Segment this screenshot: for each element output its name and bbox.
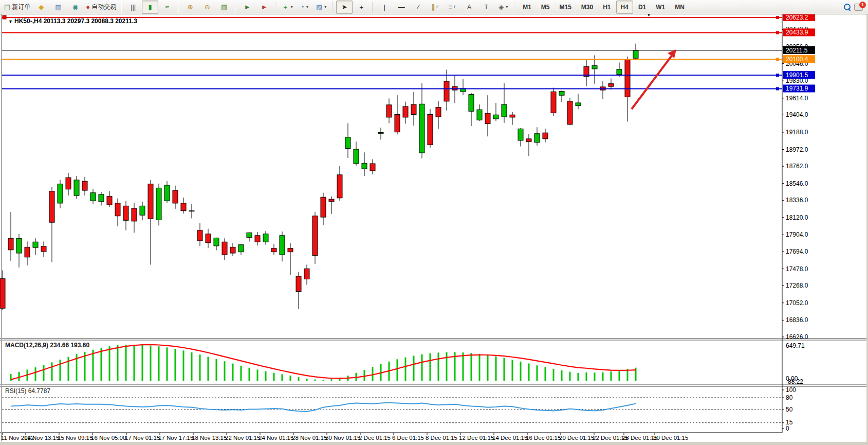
template-dropdown[interactable]: ▨▾ <box>313 1 329 14</box>
tf-m1-button-label: M1 <box>520 4 534 11</box>
chart-canvas[interactable]: 20472.020256.020046.019830.019614.019404… <box>0 0 868 445</box>
new-order-button[interactable]: ▤新订单 <box>2 1 32 14</box>
horizontal-line-icon: — <box>398 4 405 10</box>
tf-mn-button[interactable]: MN <box>670 1 689 14</box>
toolbar-separator <box>274 2 277 13</box>
vertical-line-tool[interactable]: | <box>376 1 393 14</box>
diamond-icon-icon: ◆ <box>39 4 44 10</box>
chart-window-button[interactable]: ▥ <box>50 1 66 14</box>
label-icon: T <box>484 4 488 10</box>
svg-text:20211.5: 20211.5 <box>786 47 808 54</box>
signals-radio-button[interactable]: ◉ <box>67 1 83 14</box>
text-tool[interactable]: A <box>461 1 477 14</box>
svg-text:6 Dec 01:15: 6 Dec 01:15 <box>392 435 424 441</box>
zoom-out-button[interactable]: ⊖ <box>199 1 215 14</box>
svg-text:0: 0 <box>786 425 789 432</box>
svg-text:30 Nov 01:15: 30 Nov 01:15 <box>325 435 360 441</box>
svg-text:20100.4: 20100.4 <box>786 56 808 63</box>
auto-scroll-button[interactable]: ► <box>239 1 255 14</box>
period-dropdown[interactable]: ◔▾ <box>296 1 312 14</box>
shapes-icon: ◈ <box>498 4 504 10</box>
svg-text:18 Nov 13:15: 18 Nov 13:15 <box>192 435 227 441</box>
tf-h1-button[interactable]: H1 <box>598 1 615 14</box>
svg-text:19614.0: 19614.0 <box>786 95 808 102</box>
svg-text:▼: ▼ <box>8 19 13 24</box>
period-icon: ◔ <box>300 4 304 10</box>
fibonacci-tool[interactable]: ≡F <box>444 1 460 14</box>
svg-text:18762.0: 18762.0 <box>786 163 808 170</box>
tf-m5-button-label: M5 <box>539 4 552 11</box>
fibonacci-tool-sub: F <box>454 5 456 9</box>
auto-scroll-icon: ► <box>244 4 251 10</box>
tile-windows-button[interactable]: ▦ <box>216 1 232 14</box>
zoom-in-button[interactable]: ⊕ <box>182 1 198 14</box>
svg-text:28 Dec 01:15: 28 Dec 01:15 <box>622 435 657 441</box>
tf-d1-button-label: D1 <box>636 4 649 11</box>
line-chart-icon: ≈ <box>165 4 169 10</box>
svg-text:17 Nov 17:15: 17 Nov 17:15 <box>158 435 193 441</box>
shapes-dropdown[interactable]: ◈▾ <box>495 1 511 14</box>
chevron-down-icon: ▾ <box>324 5 326 9</box>
crosshair-tool-button[interactable]: ＋ <box>353 1 370 14</box>
trading-platform-window: ▤新订单◆▥◉●自动交易|||▮≈⊕⊖▦►►＋▾◔▾▨▾➤＋|—∕∥E≡FAT◈… <box>0 0 868 445</box>
trendline-icon: ∕ <box>418 4 419 10</box>
svg-text:19404.0: 19404.0 <box>786 111 808 118</box>
channel-tool[interactable]: ∥E <box>427 1 444 14</box>
notification-icon[interactable]: 1 <box>854 4 863 11</box>
candlestick-chart-button[interactable]: ▮ <box>142 1 158 14</box>
zoom-out-icon: ⊖ <box>205 4 210 10</box>
tf-m30-button[interactable]: M30 <box>577 1 598 14</box>
svg-text:28 Nov 01:15: 28 Nov 01:15 <box>292 435 327 441</box>
chart-title: ▼HK50-,H4 20113.3 20297.3 20088.3 20211.… <box>8 17 137 25</box>
auto-trading-button[interactable]: ●自动交易 <box>84 1 118 14</box>
tf-h4-button[interactable]: H4 <box>616 1 633 14</box>
svg-text:17052.0: 17052.0 <box>786 299 808 307</box>
svg-text:17478.0: 17478.0 <box>786 265 808 273</box>
horizontal-line-tool[interactable]: — <box>393 1 410 14</box>
template-icon: ▨ <box>316 4 322 10</box>
svg-text:19901.5: 19901.5 <box>786 72 808 79</box>
line-handle <box>3 15 6 19</box>
trendline-tool[interactable]: ∕ <box>410 1 427 14</box>
new-order-icon: ▤ <box>4 4 10 10</box>
tf-m15-button[interactable]: M15 <box>555 1 576 14</box>
fibonacci-icon: ≡ <box>448 4 452 10</box>
tf-w1-button[interactable]: W1 <box>651 1 670 14</box>
channel-icon: ∥ <box>432 4 435 10</box>
signals-radio-icon: ◉ <box>72 4 78 10</box>
svg-text:18336.0: 18336.0 <box>786 197 808 204</box>
toolbar-separator <box>331 2 334 13</box>
notification-badge: 1 <box>859 2 866 8</box>
new-chart-dropdown[interactable]: ＋▾ <box>279 1 296 14</box>
svg-text:16 Nov 05:00: 16 Nov 05:00 <box>91 435 126 441</box>
svg-text:8 Dec 01:15: 8 Dec 01:15 <box>426 435 457 441</box>
channel-tool-sub: E <box>436 5 439 9</box>
svg-text:17268.0: 17268.0 <box>786 282 808 289</box>
svg-text:-88.22: -88.22 <box>786 378 803 385</box>
tf-h1-button-label: H1 <box>600 4 613 11</box>
label-tool[interactable]: T <box>478 1 494 14</box>
tf-m30-button-label: M30 <box>579 4 596 11</box>
tf-m5-button[interactable]: M5 <box>537 1 555 14</box>
svg-text:12 Dec 01:15: 12 Dec 01:15 <box>459 435 494 441</box>
toolbar-separator <box>177 2 180 13</box>
tf-m1-button[interactable]: M1 <box>518 1 536 14</box>
line-chart-button[interactable]: ≈ <box>159 1 175 14</box>
chevron-down-icon: ▾ <box>306 5 308 9</box>
tf-h4-button-label: H4 <box>618 4 631 11</box>
toolbar-separator <box>234 2 237 13</box>
toolbar-separator <box>513 2 516 13</box>
svg-text:HK50-,H4 20113.3 20297.3 2008: HK50-,H4 20113.3 20297.3 20088.3 20211.3 <box>14 17 137 25</box>
svg-text:2 Dec 01:15: 2 Dec 01:15 <box>359 435 391 441</box>
svg-text:18546.0: 18546.0 <box>786 180 808 187</box>
tf-d1-button[interactable]: D1 <box>634 1 651 14</box>
svg-text:15 Nov 09:15: 15 Nov 09:15 <box>58 435 93 441</box>
macd-label: MACD(12,26,9) 234.66 193.60 <box>5 342 89 349</box>
diamond-icon-button[interactable]: ◆ <box>33 1 49 14</box>
new-order-button-label: 新订单 <box>12 3 30 11</box>
chart-shift-button[interactable]: ► <box>256 1 272 14</box>
svg-text:18120.0: 18120.0 <box>786 214 808 221</box>
search-icon[interactable] <box>844 4 851 11</box>
bar-chart-button[interactable]: ||| <box>125 1 141 14</box>
cursor-tool-button[interactable]: ➤ <box>336 1 353 14</box>
